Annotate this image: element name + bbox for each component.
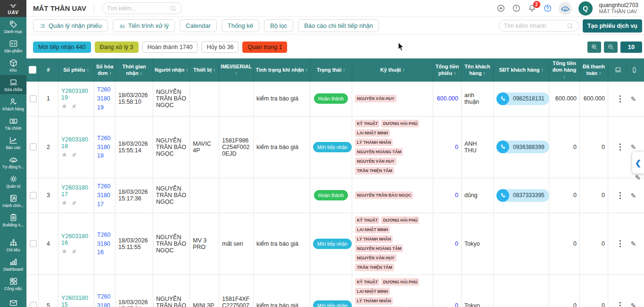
- global-search-input[interactable]: [107, 5, 169, 12]
- sidebar-item-kho[interactable]: Kho: [0, 56, 26, 75]
- col-header-trang_thai[interactable]: Trạng thái ↑: [310, 59, 352, 82]
- star-icon[interactable]: [61, 103, 67, 109]
- row-checkbox[interactable]: [30, 192, 37, 199]
- sidebar-item-danh-muc[interactable]: Danh mục: [0, 17, 26, 36]
- filter-quan-trong[interactable]: Quan trọng 1: [242, 41, 287, 53]
- row-number: 3: [39, 178, 58, 213]
- row-edit-icon[interactable]: ✎: [631, 95, 636, 103]
- star-icon[interactable]: [61, 199, 67, 206]
- user-info[interactable]: quangnhut2703 MẮT THẦN UAV: [599, 2, 638, 15]
- tab-thong-ke[interactable]: Thống kê: [222, 19, 259, 32]
- select-all-checkbox[interactable]: [29, 66, 36, 74]
- row-edit-icon[interactable]: ✎: [631, 192, 636, 199]
- row-menu-icon[interactable]: ⋮: [616, 301, 624, 307]
- row-menu-icon[interactable]: ⋮: [616, 191, 624, 200]
- row-edit-icon[interactable]: ✎: [631, 143, 636, 151]
- col-header-nguoi_nhan[interactable]: Người nhận ↑: [153, 59, 190, 82]
- ticket-number[interactable]: Y260318017: [61, 184, 91, 198]
- col-header-thiet_bi[interactable]: Thiết bị ↑: [190, 59, 219, 82]
- row-menu-icon[interactable]: ⋮: [616, 142, 624, 151]
- col-header-da_thanh_toan[interactable]: Đã thanh toán ↑: [580, 59, 608, 82]
- sidebar-item-mail[interactable]: [0, 293, 26, 307]
- tab-bao-cao-chi-tiet[interactable]: Báo cáo chi tiết tiếp nhận: [298, 19, 379, 32]
- ticket-number[interactable]: Y260318018: [61, 136, 91, 149]
- row-checkbox[interactable]: [30, 95, 37, 102]
- sidebar-item-cong-viec[interactable]: Công việc: [0, 274, 26, 293]
- col-header-imei[interactable]: IMEI/SERIAL ↑: [219, 59, 254, 82]
- zoom-in-button[interactable]: [587, 41, 601, 53]
- global-search[interactable]: [102, 2, 182, 14]
- sidebar-item-tai-chinh[interactable]: Tài chính: [0, 114, 26, 133]
- sidebar-item-building-a[interactable]: Building A...: [0, 210, 26, 230]
- col-header-cb[interactable]: [27, 59, 39, 82]
- row-edit-icon[interactable]: ✎: [631, 240, 636, 248]
- invoice-number[interactable]: T260318015: [97, 293, 111, 307]
- row-menu-icon[interactable]: ⋮: [616, 94, 624, 103]
- side-panel-toggle[interactable]: ❮: [632, 152, 644, 174]
- zoom-out-button[interactable]: [604, 41, 618, 53]
- add-icon[interactable]: [496, 4, 505, 13]
- ticket-number[interactable]: Y260318019: [61, 88, 91, 101]
- notifications-bell-icon[interactable]: 2: [528, 4, 537, 13]
- help-icon[interactable]: [543, 4, 552, 13]
- phone-pill[interactable]: 0936388399: [496, 141, 549, 153]
- invoice-number[interactable]: T260318017: [97, 183, 111, 207]
- order-total: 0: [549, 178, 580, 213]
- sidebar-item-chi-tieu[interactable]: Chỉ tiêu: [0, 235, 26, 255]
- col-header-tong_tien_phieu[interactable]: Tổng tiền phiếu ↑: [433, 59, 462, 82]
- filter-huy-bo[interactable]: Hủy bỏ 36: [201, 41, 239, 53]
- search-icon: [566, 22, 574, 30]
- tab-tien-trinh-xu-ly[interactable]: Tiến trình xử lý: [113, 19, 175, 32]
- sidebar-item-san-pham[interactable]: Sản phẩm: [0, 36, 26, 56]
- col-header-ten_khach_hang[interactable]: Tên khách hàng ↑: [462, 59, 494, 82]
- pin-icon[interactable]: [71, 151, 77, 158]
- row-edit-icon[interactable]: ✎: [631, 302, 636, 307]
- sidebar-item-khach-hang[interactable]: Khách hàng: [0, 94, 26, 114]
- quick-search[interactable]: [499, 20, 579, 32]
- ticket-number[interactable]: Y260318015: [61, 295, 91, 307]
- alert-icon[interactable]: [512, 4, 521, 13]
- phone-pill[interactable]: 0982518131: [496, 92, 549, 105]
- invoice-number[interactable]: T260318019: [97, 86, 111, 111]
- pin-icon[interactable]: [71, 103, 77, 109]
- ticket-number[interactable]: Y260318016: [61, 233, 91, 246]
- page-size-button[interactable]: 10: [620, 41, 642, 53]
- row-checkbox[interactable]: [30, 240, 37, 247]
- col-header-tinh_trang[interactable]: Tình trạng khi nhận ↑: [254, 59, 310, 82]
- sidebar-item-sua-chua[interactable]: Sửa chữa: [0, 75, 26, 94]
- row-checkbox[interactable]: [30, 302, 37, 307]
- quick-search-input[interactable]: [504, 23, 566, 29]
- create-service-ticket-button[interactable]: Tạo phiếu dịch vụ: [583, 19, 642, 33]
- col-header-sdt[interactable]: SĐT khách hàng ↑: [494, 59, 549, 82]
- pin-icon[interactable]: [71, 248, 77, 255]
- sidebar-item-bao-cao[interactable]: Báo cáo: [0, 133, 26, 152]
- filter-moi-tiep-nhan[interactable]: Mới tiếp nhận 440: [33, 41, 91, 53]
- invoice-number[interactable]: T260318018: [97, 135, 111, 159]
- col-header-so_hoa_don[interactable]: Số hóa đơn ↑: [94, 59, 116, 82]
- col-header-so_phieu[interactable]: Số phiếu ↑: [58, 59, 94, 82]
- assistant-robot-icon[interactable]: [559, 2, 572, 15]
- invoice-number[interactable]: T260318016: [97, 232, 111, 256]
- sidebar-item-dashboard[interactable]: Dashboard: [0, 255, 26, 274]
- filter-dang-xu-ly[interactable]: Đang xử lý 3: [95, 41, 139, 53]
- tab-bo-loc[interactable]: Bộ lọc: [264, 19, 293, 32]
- col-header-thoi_gian[interactable]: Thời gian nhận ↑: [116, 59, 153, 82]
- row-checkbox[interactable]: [30, 143, 37, 150]
- phone-pill[interactable]: 0837333395: [496, 189, 549, 202]
- tab-quan-ly-nhan-phieu[interactable]: Quản lý nhận phiếu: [33, 19, 108, 32]
- tab-calendar[interactable]: Calendar: [180, 19, 217, 32]
- pin-icon[interactable]: [71, 199, 77, 206]
- col-header-ky_thuat[interactable]: Kỹ thuật ↑: [352, 59, 433, 82]
- row-menu-icon[interactable]: ⋮: [616, 239, 624, 248]
- user-avatar[interactable]: Q: [578, 1, 593, 16]
- sidebar-item-hanh-chinh[interactable]: Hành chín...: [0, 191, 26, 210]
- star-icon[interactable]: [61, 151, 67, 158]
- sidebar-item-quan-tri[interactable]: Quản trị: [0, 172, 26, 191]
- edit-pencil-icon[interactable]: ✎: [635, 174, 641, 182]
- star-icon[interactable]: [61, 248, 67, 255]
- clipboard-icon: [9, 213, 18, 222]
- col-header-tong_tien_don_hang[interactable]: Tổng tiền đơn hàng ↑: [549, 59, 580, 82]
- sidebar-item-tu-dong-hoa[interactable]: Tự động h...: [0, 152, 26, 172]
- filter-hoan-thanh[interactable]: Hoàn thành 1740: [142, 41, 198, 53]
- app-logo[interactable]: UAV: [0, 0, 26, 17]
